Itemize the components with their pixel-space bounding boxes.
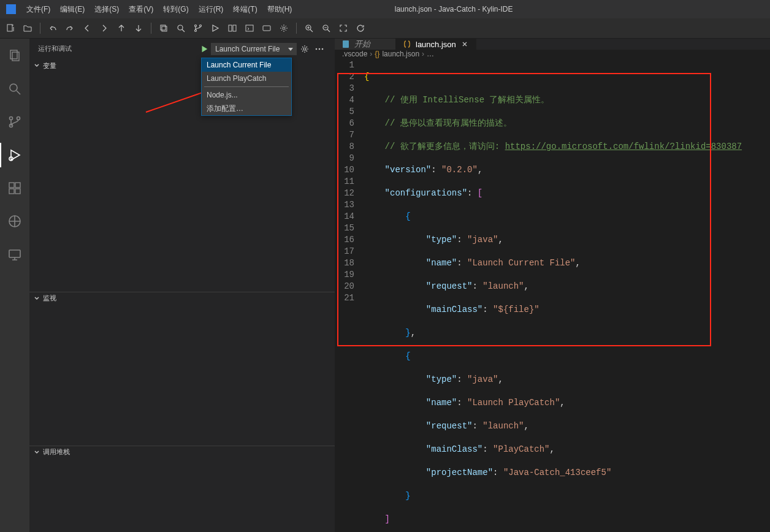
- back-icon[interactable]: [80, 21, 94, 36]
- activity-bar: [0, 39, 29, 532]
- breadcrumb-file[interactable]: launch.json: [382, 50, 419, 58]
- zoom-out-icon[interactable]: [319, 21, 334, 36]
- config-selected-label: Launch Current File: [215, 45, 280, 53]
- code-editor[interactable]: 123456789101112131415161718192021 { // 使…: [335, 58, 770, 532]
- separator: [296, 23, 297, 34]
- section-label: 监视: [43, 294, 56, 303]
- menu-view[interactable]: 查看(V): [124, 0, 158, 18]
- gear-icon[interactable]: [298, 42, 311, 56]
- menu-help[interactable]: 帮助(H): [262, 0, 297, 18]
- menu-file[interactable]: 文件(F): [21, 0, 55, 18]
- forward-icon[interactable]: [97, 21, 112, 36]
- branch-icon[interactable]: [191, 21, 205, 36]
- breadcrumbs[interactable]: .vscode › {} launch.json › …: [335, 50, 770, 58]
- svg-point-3: [178, 25, 183, 30]
- editor-area: 开始 launch.json .vscode › {} launch.json …: [335, 39, 770, 532]
- tab-launch-json[interactable]: launch.json: [396, 39, 476, 50]
- menu-bar: 文件(F) 编辑(E) 选择(S) 查看(V) 转到(G) 运行(R) 终端(T…: [21, 0, 297, 18]
- window-title: launch.json - Java-Catch - Kylin-IDE: [297, 5, 611, 13]
- panel-title: 运行和调试: [38, 44, 72, 53]
- svg-rect-32: [343, 40, 349, 48]
- zoom-in-icon[interactable]: [302, 21, 316, 36]
- redo-icon[interactable]: [63, 21, 77, 36]
- callstack-body: [29, 458, 335, 532]
- code-content[interactable]: { // 使用 IntelliSense 了解相关属性。 // 悬停以查看现有属…: [364, 58, 770, 532]
- tool-bar: [0, 18, 770, 39]
- section-label: 调用堆栈: [43, 447, 70, 457]
- svg-rect-26: [9, 250, 20, 257]
- menu-edit[interactable]: 编辑(E): [55, 0, 90, 18]
- menu-go[interactable]: 转到(G): [158, 0, 193, 18]
- new-folder-icon[interactable]: [20, 21, 35, 36]
- section-callstack-header[interactable]: 调用堆栈: [29, 446, 335, 458]
- activity-remote[interactable]: [0, 242, 29, 267]
- chevron-down-icon: [33, 62, 40, 69]
- menu-select[interactable]: 选择(S): [90, 0, 124, 18]
- menu-run[interactable]: 运行(R): [194, 0, 229, 18]
- menu-terminal[interactable]: 终端(T): [228, 0, 262, 18]
- config-dropdown[interactable]: Launch Current File: [211, 43, 297, 55]
- fullscreen-icon[interactable]: [336, 21, 351, 36]
- breadcrumb-more[interactable]: …: [427, 50, 434, 58]
- panel-header: 运行和调试 Launch Current File: [29, 39, 335, 59]
- dropdown-item[interactable]: Launch PlayCatch: [202, 72, 291, 85]
- svg-rect-14: [10, 50, 17, 59]
- separator: [40, 23, 40, 34]
- breadcrumb-folder[interactable]: .vscode: [342, 50, 367, 58]
- json-icon: {}: [375, 50, 379, 58]
- line-gutter: 123456789101112131415161718192021: [335, 58, 364, 532]
- svg-point-17: [10, 117, 13, 120]
- activity-test[interactable]: [0, 209, 29, 234]
- activity-explorer[interactable]: [0, 44, 29, 68]
- svg-point-19: [17, 117, 20, 120]
- start-debug-icon[interactable]: [199, 44, 210, 55]
- svg-rect-24: [15, 189, 20, 194]
- search-tool-icon[interactable]: [173, 21, 188, 36]
- play-tool-icon[interactable]: [208, 21, 223, 36]
- activity-scm[interactable]: [0, 110, 29, 134]
- tab-label: launch.json: [416, 40, 456, 49]
- app-logo: [0, 4, 21, 14]
- gear-tool-icon[interactable]: [276, 21, 291, 36]
- title-bar: 文件(F) 编辑(E) 选择(S) 查看(V) 转到(G) 运行(R) 终端(T…: [0, 0, 770, 18]
- json-icon: [402, 40, 412, 48]
- svg-point-11: [283, 27, 285, 29]
- editor-tabs: 开始 launch.json: [335, 39, 770, 50]
- activity-run-debug[interactable]: [0, 143, 29, 167]
- svg-rect-9: [246, 25, 253, 31]
- svg-rect-0: [7, 25, 12, 31]
- refresh-icon[interactable]: [353, 21, 368, 36]
- new-file-icon[interactable]: [3, 21, 18, 36]
- close-icon[interactable]: [460, 40, 470, 48]
- run-debug-panel: 运行和调试 Launch Current File Launch Current…: [29, 39, 335, 532]
- activity-extensions[interactable]: [0, 176, 29, 200]
- separator: [151, 23, 151, 34]
- svg-rect-8: [233, 25, 236, 31]
- down-icon[interactable]: [131, 21, 146, 36]
- keyboard-icon[interactable]: [259, 21, 274, 36]
- dropdown-item[interactable]: Launch Current File: [202, 58, 291, 72]
- section-watch-header[interactable]: 监视: [29, 292, 335, 305]
- layout-icon[interactable]: [225, 21, 240, 36]
- svg-rect-1: [161, 25, 166, 30]
- undo-icon[interactable]: [45, 21, 60, 36]
- svg-point-30: [322, 48, 324, 50]
- svg-point-27: [303, 48, 306, 50]
- up-icon[interactable]: [114, 21, 129, 36]
- activity-search[interactable]: [0, 77, 29, 101]
- svg-rect-10: [263, 26, 270, 31]
- svg-point-28: [316, 48, 318, 50]
- tab-welcome[interactable]: 开始: [335, 39, 396, 50]
- svg-rect-15: [12, 52, 19, 61]
- svg-rect-21: [9, 183, 14, 188]
- svg-rect-23: [9, 189, 14, 194]
- svg-rect-2: [162, 26, 167, 31]
- dropdown-item[interactable]: Node.js...: [202, 88, 291, 102]
- more-icon[interactable]: [313, 42, 326, 56]
- terminal-tool-icon[interactable]: [242, 21, 257, 36]
- copy-icon[interactable]: [156, 21, 171, 36]
- section-label: 变量: [43, 61, 56, 70]
- dropdown-item[interactable]: 添加配置…: [202, 102, 291, 115]
- tab-label: 开始: [354, 39, 370, 50]
- chevron-right-icon: ›: [370, 50, 372, 58]
